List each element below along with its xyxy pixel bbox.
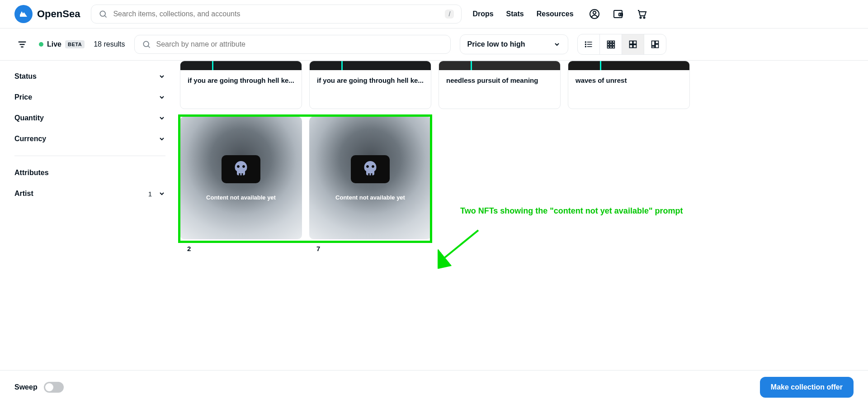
sidebar-divider bbox=[14, 156, 165, 156]
annotation-text: Two NFTs showing the "content not yet av… bbox=[460, 205, 683, 216]
svg-rect-32 bbox=[633, 45, 636, 48]
attributes-heading: Attributes bbox=[14, 162, 165, 183]
search-kbd-hint: / bbox=[445, 10, 454, 19]
nft-title: if you are going through hell ke... bbox=[188, 76, 294, 84]
svg-rect-20 bbox=[607, 41, 609, 43]
chevron-down-icon bbox=[158, 135, 165, 143]
nft-title: waves of unrest bbox=[576, 76, 682, 84]
filter-quantity[interactable]: Quantity bbox=[14, 108, 165, 128]
chevron-down-icon bbox=[158, 190, 165, 197]
filter-price[interactable]: Price bbox=[14, 87, 165, 108]
svg-line-38 bbox=[442, 230, 478, 260]
svg-rect-31 bbox=[629, 45, 632, 48]
filter-currency[interactable]: Currency bbox=[14, 128, 165, 149]
svg-rect-21 bbox=[610, 41, 612, 43]
svg-rect-36 bbox=[651, 46, 655, 48]
nft-card[interactable]: waves of unrest bbox=[568, 61, 690, 109]
filter-sidebar: Status Price Quantity Currency Attribute… bbox=[0, 61, 180, 289]
nft-placeholder: Content not available yet bbox=[180, 116, 302, 239]
svg-point-6 bbox=[620, 14, 621, 15]
nft-thumbnail bbox=[568, 61, 689, 70]
card-row: if you are going through hell ke... if y… bbox=[180, 61, 854, 109]
nav-icons bbox=[589, 9, 647, 19]
svg-rect-23 bbox=[607, 43, 609, 45]
chevron-down-icon bbox=[553, 41, 561, 48]
attribute-search-input[interactable] bbox=[156, 40, 443, 48]
nft-thumbnail bbox=[180, 61, 302, 70]
svg-rect-9 bbox=[19, 42, 26, 43]
top-nav: OpenSea / Drops Stats Resources bbox=[0, 0, 868, 29]
svg-point-17 bbox=[585, 42, 586, 43]
nft-grid: if you are going through hell ke... if y… bbox=[180, 61, 868, 289]
skull-icon bbox=[351, 155, 390, 183]
global-search[interactable]: / bbox=[91, 5, 462, 24]
logo[interactable]: OpenSea bbox=[14, 5, 80, 23]
nft-thumbnail bbox=[310, 61, 431, 70]
nav-stats[interactable]: Stats bbox=[506, 10, 524, 18]
view-grid-large-button[interactable] bbox=[622, 34, 644, 54]
svg-point-7 bbox=[640, 17, 641, 19]
account-icon[interactable] bbox=[589, 9, 600, 19]
sort-label: Price low to high bbox=[467, 40, 525, 48]
svg-rect-10 bbox=[20, 44, 25, 45]
svg-point-0 bbox=[100, 11, 106, 16]
card-row: Content not available yet 2 Content not … bbox=[180, 116, 854, 271]
svg-rect-27 bbox=[610, 46, 612, 48]
nft-title: if you are going through hell ke... bbox=[317, 76, 424, 84]
live-indicator: Live BETA bbox=[39, 40, 85, 48]
nav-drops[interactable]: Drops bbox=[472, 10, 493, 18]
nft-thumbnail bbox=[439, 61, 560, 70]
svg-point-3 bbox=[593, 11, 595, 14]
svg-rect-28 bbox=[613, 46, 614, 48]
attribute-search[interactable] bbox=[134, 35, 451, 54]
svg-rect-33 bbox=[651, 41, 655, 46]
svg-rect-30 bbox=[633, 41, 636, 44]
sort-dropdown[interactable]: Price low to high bbox=[460, 34, 568, 54]
nft-title: needless pursuit of meaning bbox=[446, 76, 553, 84]
svg-point-8 bbox=[643, 17, 645, 19]
wallet-icon[interactable] bbox=[613, 9, 623, 19]
nft-placeholder: Content not available yet bbox=[309, 116, 431, 239]
nav-resources[interactable]: Resources bbox=[537, 10, 574, 18]
svg-rect-22 bbox=[613, 41, 614, 43]
nft-title: 2 bbox=[187, 245, 295, 252]
cart-icon[interactable] bbox=[636, 9, 647, 19]
results-count: 18 results bbox=[94, 40, 125, 48]
svg-rect-26 bbox=[607, 46, 609, 48]
artist-count: 1 bbox=[148, 190, 152, 198]
svg-rect-29 bbox=[629, 41, 632, 44]
view-masonry-button[interactable] bbox=[644, 34, 666, 54]
search-icon bbox=[99, 10, 108, 19]
opensea-logo-icon bbox=[14, 5, 33, 23]
svg-rect-25 bbox=[613, 43, 614, 45]
live-dot-icon bbox=[39, 42, 43, 47]
global-search-input[interactable] bbox=[113, 10, 439, 18]
svg-line-13 bbox=[148, 46, 150, 48]
svg-rect-24 bbox=[610, 43, 612, 45]
filter-artist[interactable]: Artist 1 bbox=[14, 183, 165, 204]
placeholder-text: Content not available yet bbox=[206, 194, 276, 201]
nft-card[interactable]: Content not available yet 2 bbox=[180, 116, 302, 271]
annotation-arrow-icon bbox=[438, 228, 483, 269]
beta-badge: BETA bbox=[65, 40, 85, 48]
svg-point-12 bbox=[143, 41, 149, 47]
nft-title: 7 bbox=[316, 245, 424, 252]
brand-name: OpenSea bbox=[37, 8, 80, 20]
svg-point-18 bbox=[585, 44, 586, 45]
filter-toggle-icon[interactable] bbox=[14, 37, 30, 52]
filter-status[interactable]: Status bbox=[14, 66, 165, 87]
nft-card[interactable]: Content not available yet 7 bbox=[309, 116, 431, 271]
annotation: Two NFTs showing the "content not yet av… bbox=[460, 205, 683, 216]
view-grid-small-button[interactable] bbox=[600, 34, 622, 54]
live-label: Live bbox=[47, 40, 61, 48]
chevron-down-icon bbox=[158, 94, 165, 101]
skull-icon bbox=[222, 155, 260, 183]
nav-links: Drops Stats Resources bbox=[472, 10, 573, 18]
nft-card[interactable]: if you are going through hell ke... bbox=[309, 61, 431, 109]
chevron-down-icon bbox=[158, 114, 165, 122]
nft-card[interactable]: needless pursuit of meaning bbox=[439, 61, 561, 109]
view-list-button[interactable] bbox=[578, 34, 600, 54]
view-mode-group bbox=[577, 34, 666, 55]
svg-rect-11 bbox=[21, 47, 24, 48]
nft-card[interactable]: if you are going through hell ke... bbox=[180, 61, 302, 109]
